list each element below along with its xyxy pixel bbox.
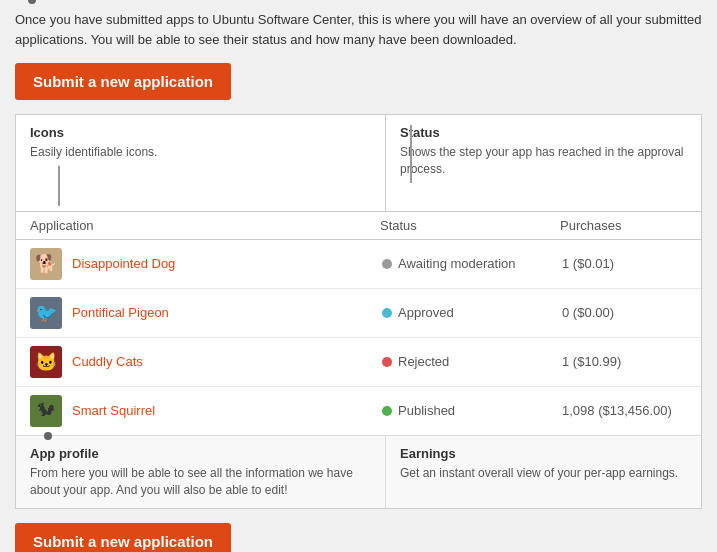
app-name-link[interactable]: Smart Squirrel	[72, 403, 155, 418]
main-table: Icons Easily identifiable icons. Status …	[15, 114, 702, 509]
column-headers: Application Status Purchases	[16, 212, 701, 240]
col-header-purchases: Purchases	[560, 218, 687, 233]
table-row: 🐕 Disappointed Dog Awaiting moderation 1…	[16, 240, 701, 289]
page-wrapper: Once you have submitted apps to Ubuntu S…	[0, 0, 717, 552]
table-row: 🐿 Smart Squirrel Published 1,098 ($13,45…	[16, 387, 701, 435]
col-header-status: Status	[380, 218, 560, 233]
intro-text: Once you have submitted apps to Ubuntu S…	[15, 10, 702, 49]
purchases-cell: 1,098 ($13,456.00)	[562, 403, 687, 418]
app-name-link[interactable]: Disappointed Dog	[72, 256, 175, 271]
app-rows-container: 🐕 Disappointed Dog Awaiting moderation 1…	[16, 240, 701, 435]
table-row: 🐱 Cuddly Cats Rejected 1 ($10.99)	[16, 338, 701, 387]
purchases-cell: 0 ($0.00)	[562, 305, 687, 320]
status-tooltip-title: Status	[400, 125, 687, 140]
bottom-right-arrow	[28, 0, 36, 4]
app-profile-tooltip-cell: App profile From here you will be able t…	[16, 436, 386, 509]
status-cell: Published	[382, 403, 562, 418]
purchases-cell: 1 ($0.01)	[562, 256, 687, 271]
app-icon: 🐕	[30, 248, 62, 280]
status-cell: Rejected	[382, 354, 562, 369]
app-profile-desc: From here you will be able to see all th…	[30, 465, 371, 499]
status-cell: Approved	[382, 305, 562, 320]
status-dot	[382, 406, 392, 416]
status-tooltip-cell: Status Shows the step your app has reach…	[386, 115, 701, 212]
status-text: Rejected	[398, 354, 449, 369]
earnings-title: Earnings	[400, 446, 687, 461]
app-name-cell: Pontifical Pigeon	[72, 305, 382, 320]
submit-bottom-button[interactable]: Submit a new application	[15, 523, 231, 552]
status-cell: Awaiting moderation	[382, 256, 562, 271]
table-row: 🐦 Pontifical Pigeon Approved 0 ($0.00)	[16, 289, 701, 338]
icons-tooltip-title: Icons	[30, 125, 371, 140]
status-dot	[382, 308, 392, 318]
top-tooltip-row: Icons Easily identifiable icons. Status …	[16, 115, 701, 212]
status-text: Approved	[398, 305, 454, 320]
app-profile-title: App profile	[30, 446, 371, 461]
status-dot	[382, 357, 392, 367]
icons-tooltip-cell: Icons Easily identifiable icons.	[16, 115, 386, 212]
app-name-cell: Smart Squirrel	[72, 403, 382, 418]
submit-top-button[interactable]: Submit a new application	[15, 63, 231, 100]
icons-tooltip-desc: Easily identifiable icons.	[30, 144, 371, 161]
status-tooltip-desc: Shows the step your app has reached in t…	[400, 144, 687, 178]
status-text: Awaiting moderation	[398, 256, 516, 271]
bottom-tooltip-row: App profile From here you will be able t…	[16, 435, 701, 509]
app-icon: 🐿	[30, 395, 62, 427]
app-name-link[interactable]: Pontifical Pigeon	[72, 305, 169, 320]
earnings-tooltip-cell: Earnings Get an instant overall view of …	[386, 436, 701, 509]
app-name-link[interactable]: Cuddly Cats	[72, 354, 143, 369]
col-header-application: Application	[30, 218, 380, 233]
status-text: Published	[398, 403, 455, 418]
bottom-left-arrow	[44, 432, 52, 440]
purchases-cell: 1 ($10.99)	[562, 354, 687, 369]
status-dot	[382, 259, 392, 269]
app-icon: 🐱	[30, 346, 62, 378]
app-icon: 🐦	[30, 297, 62, 329]
earnings-desc: Get an instant overall view of your per-…	[400, 465, 687, 482]
app-name-cell: Cuddly Cats	[72, 354, 382, 369]
app-name-cell: Disappointed Dog	[72, 256, 382, 271]
